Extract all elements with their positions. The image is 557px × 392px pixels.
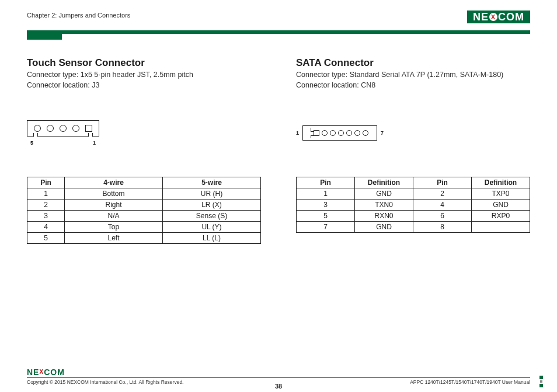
th-pin-b: Pin (413, 177, 472, 188)
content-area: Touch Sensor Connector Connector type: 1… (27, 57, 530, 244)
table-row: 3N/ASense (S) (27, 211, 261, 222)
footer-page-number: 38 (27, 383, 530, 390)
manual-page: Chapter 2: Jumpers and Connectors NE X C… (0, 0, 557, 392)
touch-diagram: 5 1 (27, 107, 261, 159)
sata-location: Connector location: CN8 (296, 80, 530, 91)
sata-pin-2-icon (322, 130, 328, 136)
page-header: Chapter 2: Jumpers and Connectors NE X C… (27, 10, 530, 27)
touch-sensor-section: Touch Sensor Connector Connector type: 1… (27, 57, 261, 244)
sata-pin-4-icon (338, 130, 344, 136)
sata-notch-icon (305, 128, 311, 138)
table-row: 1GND2TXP0 (297, 188, 530, 200)
jst-connector-icon (27, 120, 99, 136)
pin-5-icon (34, 125, 41, 132)
th-def-a: Definition (355, 177, 413, 188)
sata-pin-7-icon (363, 130, 368, 136)
th-4wire: 4-wire (65, 177, 163, 188)
pin-4-icon (47, 125, 54, 132)
sata-pin1-label: 1 (296, 130, 299, 136)
header-rule (27, 30, 530, 34)
footer-logo: NE X COM (27, 368, 530, 376)
chapter-title: Chapter 2: Jumpers and Connectors (27, 12, 130, 19)
sata-pin7-label: 7 (381, 130, 384, 136)
header-tab (27, 34, 62, 40)
sata-type: Connector type: Standard Serial ATA 7P (… (296, 70, 530, 80)
table-row: 5RXN06RXP0 (297, 211, 530, 222)
touch-pin-table: Pin 4-wire 5-wire 1BottomUR (H) 2RightLR… (27, 177, 261, 244)
touch-pin1-label: 1 (93, 140, 96, 146)
table-row: 7GND8 (297, 222, 530, 233)
footer-crop-marks-icon (539, 376, 543, 387)
brand-text-pre: NE (473, 12, 489, 22)
pin-3-icon (60, 125, 67, 132)
sata-pin-6-icon (354, 130, 360, 136)
brand-x-icon: X (489, 13, 497, 21)
sata-diagram: 1 7 (296, 107, 530, 159)
touch-type: Connector type: 1x5 5-pin header JST, 2.… (27, 70, 261, 80)
sata-connector-icon (302, 125, 377, 141)
sata-pin-3-icon (330, 130, 336, 136)
sata-section: SATA Connector Connector type: Standard … (296, 57, 530, 244)
sata-pin-5-icon (346, 130, 352, 136)
pin-1-icon (85, 125, 92, 132)
th-5wire: 5-wire (163, 177, 261, 188)
sata-pin-1-icon (314, 130, 319, 136)
th-pin-a: Pin (297, 177, 355, 188)
footer-rule (27, 377, 530, 379)
brand-logo: NE X COM (467, 10, 530, 23)
touch-pin5-label: 5 (30, 140, 33, 146)
sata-pin-table: Pin Definition Pin Definition 1GND2TXP0 … (296, 177, 530, 233)
th-pin: Pin (27, 177, 65, 188)
page-footer: NE X COM Copyright © 2015 NEXCOM Interna… (27, 368, 530, 386)
brand-text-post: COM (498, 12, 524, 22)
touch-title: Touch Sensor Connector (27, 57, 261, 69)
pin-2-icon (72, 125, 79, 132)
touch-location: Connector location: J3 (27, 80, 261, 91)
table-row: 5LeftLL (L) (27, 233, 261, 244)
table-row: 1BottomUR (H) (27, 188, 261, 200)
table-row: 3TXN04GND (297, 200, 530, 211)
table-row: 4TopUL (Y) (27, 222, 261, 233)
th-def-b: Definition (472, 177, 530, 188)
table-row: 2RightLR (X) (27, 200, 261, 211)
sata-title: SATA Connector (296, 57, 530, 69)
